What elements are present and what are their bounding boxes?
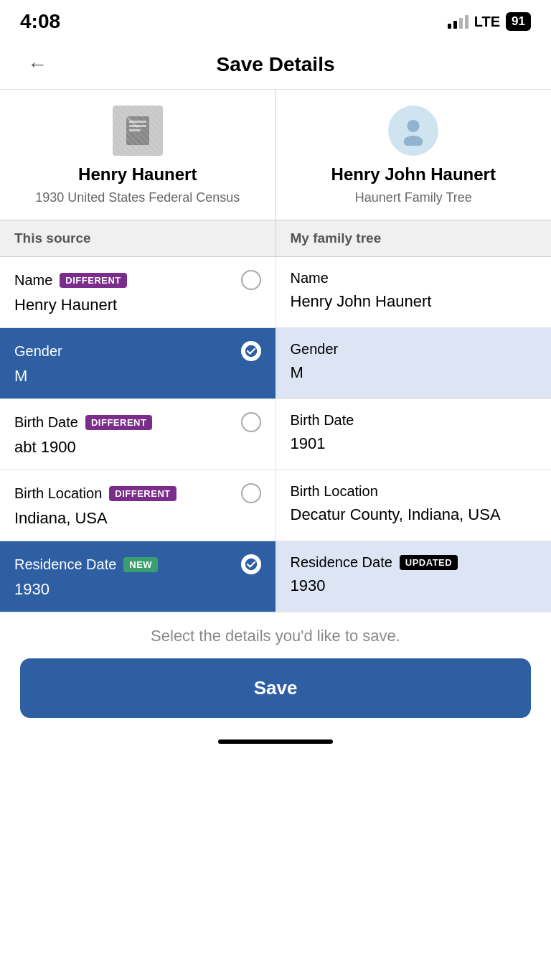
avatar-icon	[398, 116, 428, 146]
footer: Select the details you'd like to save. S…	[0, 612, 551, 744]
svg-line-4	[126, 116, 138, 128]
source-section-label: This source	[0, 220, 276, 256]
section-labels: This source My family tree	[0, 220, 551, 257]
tree-value-gender: M	[291, 363, 537, 382]
source-value-birthlocation: Indiana, USA	[14, 509, 261, 528]
source-person-subtitle: 1930 United States Federal Census	[35, 189, 240, 207]
source-cell-gender[interactable]: GenderM	[0, 328, 276, 398]
source-radio-name[interactable]	[241, 270, 261, 290]
svg-point-6	[404, 136, 423, 146]
source-radio-birthlocation[interactable]	[241, 483, 261, 503]
source-label-birthlocation: Birth Location	[14, 485, 102, 502]
person-avatar	[388, 106, 438, 156]
tree-cell-residencedate: Residence DateUPDATED1930	[276, 541, 552, 612]
tree-cell-birthdate: Birth Date1901	[276, 399, 552, 470]
status-bar: 4:08 LTE 91	[0, 0, 551, 40]
source-cell-name[interactable]: NameDIFFERENTHenry Haunert	[0, 257, 276, 327]
svg-point-8	[245, 558, 258, 571]
source-radio-birthdate[interactable]	[241, 412, 261, 432]
source-label-residencedate: Residence Date	[14, 556, 116, 573]
source-cell-birthlocation[interactable]: Birth LocationDIFFERENTIndiana, USA	[0, 470, 276, 541]
tree-cell-birthlocation: Birth LocationDecatur County, Indiana, U…	[276, 470, 552, 541]
footer-hint: Select the details you'd like to save.	[20, 627, 531, 645]
svg-rect-0	[126, 116, 149, 145]
svg-point-7	[245, 345, 258, 358]
tree-cell-name: NameHenry John Haunert	[276, 257, 552, 327]
tree-label-residencedate: Residence Date	[291, 554, 392, 571]
source-label-gender: Gender	[14, 343, 62, 360]
source-value-gender: M	[14, 367, 261, 386]
tree-value-name: Henry John Haunert	[291, 292, 537, 311]
lte-icon: LTE	[474, 14, 500, 30]
status-icons: LTE 91	[448, 12, 531, 31]
source-checkmark-gender[interactable]	[241, 341, 261, 361]
comparison-header: Henry Haunert 1930 United States Federal…	[0, 90, 551, 220]
data-rows: NameDIFFERENTHenry HaunertNameHenry John…	[0, 257, 551, 612]
tree-person-subtitle: Haunert Family Tree	[355, 189, 472, 207]
page-title: Save Details	[217, 53, 335, 76]
status-time: 4:08	[20, 10, 60, 33]
source-value-residencedate: 1930	[14, 580, 261, 599]
source-value-name: Henry Haunert	[14, 296, 261, 314]
tree-section-label: My family tree	[276, 220, 552, 256]
svg-rect-1	[129, 121, 146, 123]
signal-icon	[448, 15, 468, 29]
tree-cell-gender: GenderM	[276, 328, 552, 398]
source-thumbnail	[113, 106, 163, 156]
source-person-name: Henry Haunert	[78, 164, 197, 185]
source-label-birthdate: Birth Date	[14, 414, 78, 431]
table-row[interactable]: Birth DateDIFFERENTabt 1900Birth Date190…	[0, 399, 551, 470]
source-person-column: Henry Haunert 1930 United States Federal…	[0, 90, 276, 220]
source-cell-residencedate[interactable]: Residence DateNEW1930	[0, 541, 276, 612]
table-row[interactable]: Residence DateNEW1930Residence DateUPDAT…	[0, 541, 551, 612]
tree-badge-residencedate: UPDATED	[400, 555, 458, 570]
source-badge-birthlocation: DIFFERENT	[109, 486, 176, 501]
source-badge-name: DIFFERENT	[60, 273, 126, 288]
source-badge-residencedate: NEW	[123, 557, 158, 572]
tree-value-birthdate: 1901	[291, 434, 537, 453]
tree-value-residencedate: 1930	[291, 577, 537, 595]
tree-person-column: Henry John Haunert Haunert Family Tree	[276, 90, 552, 220]
source-label-name: Name	[14, 272, 52, 289]
source-badge-birthdate: DIFFERENT	[85, 415, 152, 430]
svg-rect-3	[129, 129, 141, 131]
page-header: ← Save Details	[0, 40, 551, 90]
document-icon	[122, 115, 154, 146]
table-row[interactable]: GenderMGenderM	[0, 328, 551, 399]
svg-rect-2	[129, 125, 146, 127]
source-checkmark-residencedate[interactable]	[241, 554, 261, 574]
source-value-birthdate: abt 1900	[14, 438, 261, 457]
table-row[interactable]: NameDIFFERENTHenry HaunertNameHenry John…	[0, 257, 551, 328]
table-row[interactable]: Birth LocationDIFFERENTIndiana, USABirth…	[0, 470, 551, 541]
svg-point-5	[408, 120, 420, 132]
back-button[interactable]: ←	[20, 50, 55, 79]
tree-label-birthlocation: Birth Location	[291, 483, 378, 500]
tree-person-name: Henry John Haunert	[331, 164, 496, 185]
source-cell-birthdate[interactable]: Birth DateDIFFERENTabt 1900	[0, 399, 276, 470]
tree-label-birthdate: Birth Date	[291, 412, 354, 429]
tree-value-birthlocation: Decatur County, Indiana, USA	[291, 505, 537, 524]
battery-indicator: 91	[506, 12, 531, 31]
tree-label-name: Name	[291, 270, 329, 286]
save-button[interactable]: Save	[20, 658, 531, 718]
home-indicator	[218, 739, 333, 744]
tree-label-gender: Gender	[291, 341, 339, 358]
